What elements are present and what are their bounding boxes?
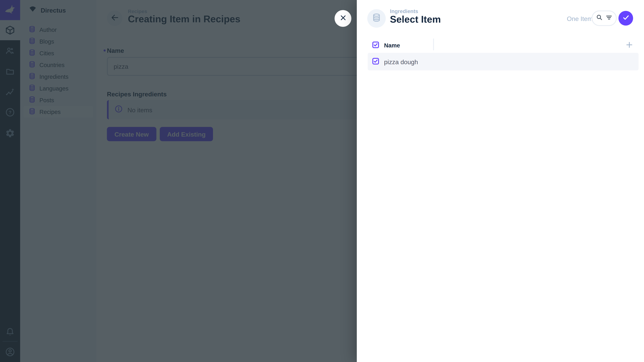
check-icon xyxy=(622,13,630,23)
column-divider[interactable] xyxy=(433,38,434,50)
add-column-button[interactable] xyxy=(625,41,634,49)
row-checkbox[interactable] xyxy=(372,58,379,64)
database-icon xyxy=(372,13,381,24)
filter-icon[interactable] xyxy=(605,13,613,23)
confirm-selection-button[interactable] xyxy=(618,11,633,26)
search-icon[interactable] xyxy=(595,13,604,23)
select-all-checkbox[interactable] xyxy=(372,41,379,48)
select-item-drawer: Ingredients Select Item One Item Name xyxy=(357,0,644,362)
row-name-cell: pizza dough xyxy=(384,58,418,65)
close-drawer-button[interactable] xyxy=(334,10,351,27)
column-header-name[interactable]: Name xyxy=(384,42,400,49)
item-count-label: One Item xyxy=(567,15,589,22)
plus-icon xyxy=(625,41,634,49)
drawer-title: Select Item xyxy=(390,14,441,25)
directus-app: ? Directus xyxy=(0,0,644,362)
drawer-avatar xyxy=(367,9,386,28)
search-filter-group xyxy=(592,10,617,26)
drawer-collection-label: Ingredients xyxy=(390,8,418,14)
close-icon xyxy=(339,14,347,23)
